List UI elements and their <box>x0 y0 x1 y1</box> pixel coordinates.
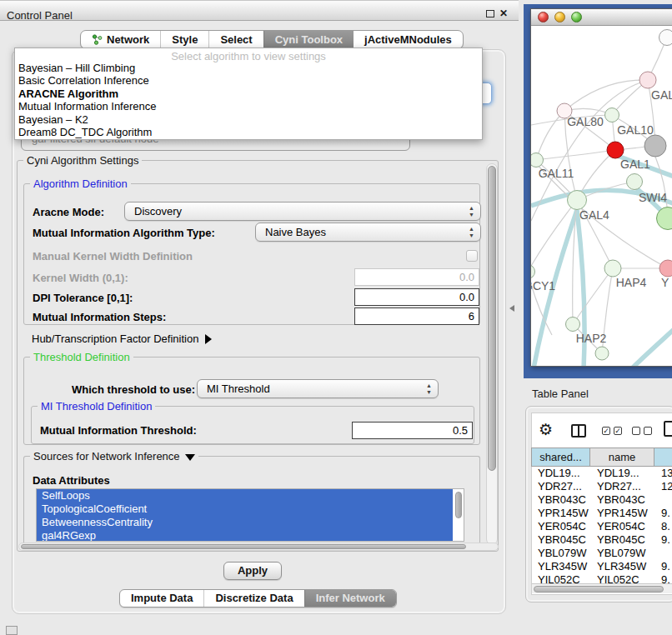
bottom-left-widget[interactable] <box>6 626 18 635</box>
table-horizontal-scrollbar[interactable] <box>532 583 672 593</box>
network-node-swi4[interactable] <box>627 174 643 190</box>
mi-threshold-label: Mutual Information Threshold: <box>40 424 197 437</box>
table-row[interactable]: YBL079WYBL079W <box>531 547 672 560</box>
column-header-partial[interactable] <box>654 448 672 467</box>
close-icon[interactable]: ✕ <box>499 8 508 19</box>
network-view-window: GALGAL80GAL10GAL1GAL11SWI4GAL4GCY1HAP4YH… <box>530 8 672 367</box>
mi-threshold-group: MI Threshold Definition Mutual Informati… <box>31 406 474 444</box>
hub-definition-expander[interactable]: Hub/Transcription Factor Definition <box>32 332 212 345</box>
network-edge <box>536 150 615 160</box>
manual-kernel-checkbox[interactable] <box>466 250 478 262</box>
algorithm-option[interactable]: Bayesian – K2 <box>15 113 482 126</box>
tab-discretize-data[interactable]: Discretize Data <box>203 590 303 607</box>
expand-right-icon <box>205 334 212 344</box>
column-header-name[interactable]: name <box>590 448 654 467</box>
stepper-arrows-icon: ▲▼ <box>426 382 432 395</box>
table-panel-title: Table Panel <box>532 388 589 400</box>
scrollbar-thumb[interactable] <box>534 586 664 592</box>
network-node[interactable] <box>595 347 609 360</box>
mi-type-label: Mutual Information Algorithm Type: <box>33 227 215 239</box>
tab-style[interactable]: Style <box>160 31 208 48</box>
bottom-tab-bar: Impute Data Discretize Data Infer Networ… <box>119 589 397 608</box>
table-row[interactable]: YBR045CYBR045C9. <box>531 533 672 547</box>
table-row[interactable]: YDL19...YDL19...13 <box>531 467 672 480</box>
mi-steps-label: Mutual Information Steps: <box>33 311 166 323</box>
network-node-gcy1[interactable] <box>531 265 535 279</box>
deselect-all-icon[interactable] <box>644 427 652 435</box>
control-panel-title-bar: Control Panel ✕ <box>0 0 519 21</box>
settings-horizontal-scrollbar[interactable] <box>18 542 499 551</box>
network-node-gal10[interactable] <box>605 108 619 122</box>
tab-cyni-toolbox[interactable]: Cyni Toolbox <box>263 31 354 48</box>
dpi-tolerance-label: DPI Tolerance [0,1]: <box>33 292 133 304</box>
dropdown-placeholder: Select algorithm to view settings <box>15 48 482 62</box>
network-node-label: GCY1 <box>531 279 555 292</box>
tab-infer-network[interactable]: Infer Network <box>304 590 396 607</box>
attribute-list-item[interactable]: BetweennessCentrality <box>37 516 453 529</box>
network-node-gal[interactable] <box>639 72 656 88</box>
tab-select[interactable]: Select <box>208 31 263 48</box>
table-row[interactable]: YDR27...YDR27...12 <box>531 480 672 493</box>
network-window-titlebar[interactable] <box>531 9 672 26</box>
table-row[interactable]: YER054CYER054C8. <box>531 520 672 533</box>
threshold-definition-title: Threshold Definition <box>30 351 133 363</box>
float-window-icon[interactable] <box>486 10 494 18</box>
algorithm-option[interactable]: Basic Correlation Inference <box>15 74 482 87</box>
network-canvas[interactable]: GALGAL80GAL10GAL1GAL11SWI4GAL4GCY1HAP4YH… <box>531 26 672 366</box>
close-traffic-light-icon[interactable] <box>538 12 549 22</box>
algorithm-option[interactable]: Mutual Information Inference <box>15 100 482 112</box>
dpi-tolerance-field[interactable]: 0.0 <box>354 288 479 306</box>
select-all-checked-icon[interactable]: ✓ <box>614 427 622 435</box>
tab-network[interactable]: Network <box>81 31 160 48</box>
splitter-collapse-icon[interactable] <box>509 305 514 312</box>
kernel-width-label: Kernel Width (0,1): <box>33 272 128 284</box>
network-node-hap2[interactable] <box>566 318 580 332</box>
table-row[interactable]: YBR043CYBR043C <box>531 493 672 507</box>
network-node-gal4[interactable] <box>568 191 587 210</box>
network-node-label: GAL10 <box>617 123 654 137</box>
mi-type-combo[interactable]: Naive Bayes ▲▼ <box>255 222 481 242</box>
file-icon[interactable] <box>664 421 672 437</box>
zoom-traffic-light-icon[interactable] <box>571 12 582 22</box>
network-node-gal11[interactable] <box>531 153 544 168</box>
network-node-label: HAP4 <box>616 276 647 289</box>
aracne-mode-combo[interactable]: Discovery ▲▼ <box>124 202 481 221</box>
algorithm-option[interactable]: Bayesian – Hill Climbing <box>15 62 482 74</box>
kernel-width-field[interactable]: 0.0 <box>354 268 479 286</box>
mi-steps-field[interactable]: 6 <box>354 308 479 325</box>
scrollbar-thumb[interactable] <box>488 166 496 471</box>
top-tab-bar: Network Style Select Cyni Toolbox jActiv… <box>80 30 464 49</box>
deselect-all-icon[interactable] <box>632 427 640 435</box>
network-node-y[interactable] <box>659 260 672 277</box>
minimize-traffic-light-icon[interactable] <box>554 12 565 22</box>
sources-title[interactable]: Sources for Network Inference <box>30 450 198 462</box>
which-threshold-label: Which threshold to use: <box>72 383 195 396</box>
network-node-gal1[interactable] <box>607 142 624 158</box>
column-header-shared[interactable]: shared... <box>531 448 590 467</box>
scrollbar-thumb[interactable] <box>21 544 466 549</box>
attribute-list-item[interactable]: gal4RGexp <box>37 529 453 542</box>
list-scrollbar-thumb[interactable] <box>455 492 462 518</box>
tab-impute-data[interactable]: Impute Data <box>120 590 203 607</box>
mi-threshold-field[interactable]: 0.5 <box>352 422 473 439</box>
network-node[interactable] <box>644 135 666 157</box>
network-node[interactable] <box>659 30 672 46</box>
gear-icon[interactable]: ⚙ <box>539 420 553 439</box>
algorithm-option[interactable]: Dream8 DC_TDC Algorithm <box>15 126 482 138</box>
stepper-arrows-icon: ▲▼ <box>469 226 474 238</box>
attribute-list-item[interactable]: SelfLoops <box>37 489 453 502</box>
apply-button[interactable]: Apply <box>223 562 282 580</box>
collapse-down-icon <box>185 454 195 461</box>
table-row[interactable]: YLR345WYLR345W9. <box>531 560 672 573</box>
select-all-checked-icon[interactable]: ✓ <box>602 427 610 435</box>
tab-jactivemnodules[interactable]: jActiveMNodules <box>354 31 463 48</box>
columns-icon[interactable] <box>571 424 586 438</box>
stepper-arrows-icon: ▲▼ <box>469 205 474 218</box>
algorithm-option[interactable]: ARACNE Algorithm <box>15 88 482 100</box>
attribute-list-item[interactable]: TopologicalCoefficient <box>37 502 453 516</box>
table-row[interactable]: YPR145WYPR145W9. <box>531 507 672 520</box>
which-threshold-combo[interactable]: MI Threshold ▲▼ <box>197 379 439 398</box>
network-node-hap4[interactable] <box>604 260 621 277</box>
network-node-label: GAL80 <box>567 115 604 128</box>
settings-vertical-scrollbar[interactable] <box>486 163 498 545</box>
